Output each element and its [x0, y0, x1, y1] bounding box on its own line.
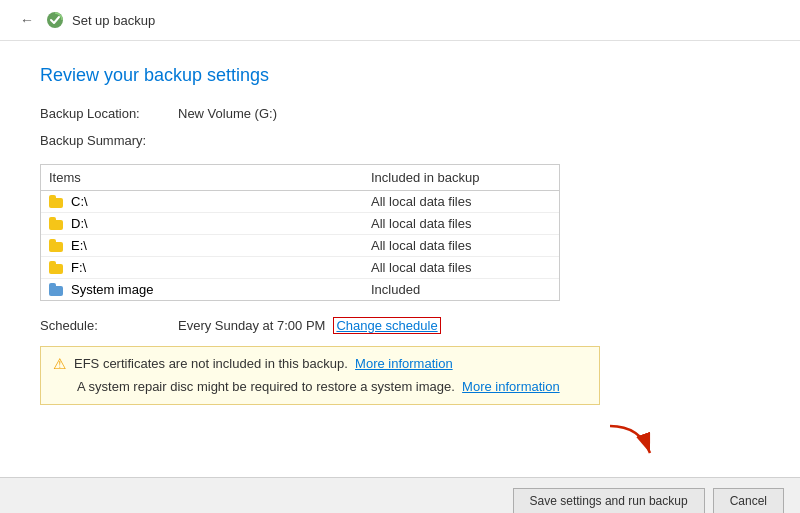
save-settings-button[interactable]: Save settings and run backup: [513, 488, 705, 513]
table-row: E:\ All local data files: [41, 235, 559, 257]
table-header: Items Included in backup: [41, 165, 559, 191]
page-title: Review your backup settings: [40, 65, 760, 86]
table-row: F:\ All local data files: [41, 257, 559, 279]
schedule-label: Schedule:: [40, 318, 170, 333]
row-name: D:\: [71, 216, 88, 231]
row-name: C:\: [71, 194, 88, 209]
row-name: System image: [71, 282, 153, 297]
back-button[interactable]: ←: [16, 10, 38, 30]
col-items-header: Items: [49, 170, 371, 185]
warning-box: ⚠ EFS certificates are not included in t…: [40, 346, 600, 405]
backup-location-label: Backup Location:: [40, 106, 170, 121]
title-bar: ← Set up backup: [0, 0, 800, 41]
warning-line-1: ⚠ EFS certificates are not included in t…: [53, 355, 587, 373]
col-included-header: Included in backup: [371, 170, 551, 185]
row-value: All local data files: [371, 194, 551, 209]
more-info-link-1[interactable]: More information: [355, 356, 453, 371]
system-image-icon: [49, 283, 65, 296]
schedule-row: Schedule: Every Sunday at 7:00 PM Change…: [40, 317, 760, 334]
more-info-link-2[interactable]: More information: [462, 379, 560, 394]
table-row: D:\ All local data files: [41, 213, 559, 235]
svg-point-0: [47, 12, 63, 28]
warning-line-2: A system repair disc might be required t…: [53, 378, 587, 396]
row-name: E:\: [71, 238, 87, 253]
backup-icon: [46, 11, 64, 29]
folder-icon: [49, 217, 65, 230]
row-item: C:\: [49, 194, 371, 209]
arrow-container: [40, 417, 760, 461]
backup-table: Items Included in backup C:\ All local d…: [40, 164, 560, 301]
backup-summary-label: Backup Summary:: [40, 133, 760, 148]
change-schedule-link[interactable]: Change schedule: [333, 317, 440, 334]
window-title: Set up backup: [72, 13, 155, 28]
schedule-value: Every Sunday at 7:00 PM: [178, 318, 325, 333]
backup-location-value: New Volume (G:): [178, 106, 277, 121]
folder-icon: [49, 239, 65, 252]
table-body: C:\ All local data files D:\ All local d…: [41, 191, 559, 300]
row-value: All local data files: [371, 238, 551, 253]
table-row: System image Included: [41, 279, 559, 300]
main-content: Review your backup settings Backup Locat…: [0, 41, 800, 477]
row-value: All local data files: [371, 216, 551, 231]
backup-location-row: Backup Location: New Volume (G:): [40, 106, 760, 121]
cancel-button[interactable]: Cancel: [713, 488, 784, 513]
row-item: D:\: [49, 216, 371, 231]
row-item: E:\: [49, 238, 371, 253]
warning-text-2: A system repair disc might be required t…: [77, 378, 560, 396]
warning-icon: ⚠: [53, 355, 66, 373]
row-item: F:\: [49, 260, 371, 275]
row-value: All local data files: [371, 260, 551, 275]
row-name: F:\: [71, 260, 86, 275]
row-value: Included: [371, 282, 551, 297]
footer-bar: Save settings and run backup Cancel: [0, 477, 800, 513]
arrow-graphic: [600, 421, 660, 461]
folder-icon: [49, 261, 65, 274]
row-item: System image: [49, 282, 371, 297]
folder-icon: [49, 195, 65, 208]
warning-text-1: EFS certificates are not included in thi…: [74, 355, 453, 373]
table-row: C:\ All local data files: [41, 191, 559, 213]
